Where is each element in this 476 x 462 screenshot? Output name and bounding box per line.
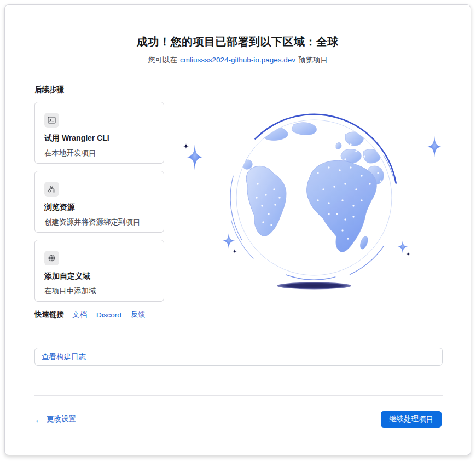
- page-title: 成功！您的项目已部署到以下区域：全球: [5, 34, 471, 49]
- sparkle-icon: [233, 249, 237, 253]
- step-description: 在本地开发项目: [44, 148, 154, 158]
- sitemap-icon: [48, 185, 56, 193]
- sparkle-icon: [223, 233, 235, 249]
- left-arrow-icon: ←: [34, 415, 43, 424]
- preview-link[interactable]: cmliussss2024-github-io.pages.dev: [180, 56, 295, 64]
- step-card-browse-resources[interactable]: 浏览资源 创建资源并将资源绑定到项目: [34, 171, 164, 233]
- change-settings-label: 更改设置: [47, 414, 76, 424]
- step-card-wrangler-cli[interactable]: 试用 Wrangler CLI 在本地开发项目: [34, 102, 164, 164]
- quick-link-docs[interactable]: 文档: [72, 310, 87, 320]
- footer-divider: [34, 395, 443, 396]
- view-build-log-label: 查看构建日志: [42, 352, 86, 362]
- header: 成功！您的项目已部署到以下区域：全球 您可以在cmliussss2024-git…: [5, 34, 471, 65]
- quick-link-feedback[interactable]: 反馈: [131, 310, 146, 320]
- sparkle-icon: [183, 143, 189, 149]
- globe-icon: [48, 254, 56, 262]
- change-settings-link[interactable]: ← 更改设置: [34, 414, 76, 424]
- card-icon-box: [44, 113, 59, 128]
- card-icon-box: [44, 251, 59, 265]
- sparkle-icon: [187, 145, 203, 170]
- step-card-custom-domain[interactable]: 添加自定义域 在项目中添加域: [34, 240, 164, 302]
- step-title: 试用 Wrangler CLI: [44, 134, 154, 143]
- page-subtitle: 您可以在cmliussss2024-github-io.pages.dev预览项…: [5, 55, 471, 65]
- step-description: 创建资源并将资源绑定到项目: [44, 217, 154, 227]
- next-steps-column: 后续步骤 试用 Wrangler CLI 在本地开发项目: [34, 85, 164, 320]
- view-build-log-toggle[interactable]: 查看构建日志: [34, 348, 443, 366]
- quick-link-discord[interactable]: Discord: [96, 311, 121, 319]
- subtitle-suffix: 预览项目: [298, 56, 328, 64]
- step-title: 浏览资源: [44, 203, 154, 212]
- next-steps-heading: 后续步骤: [34, 85, 164, 95]
- globe-illustration: [181, 113, 444, 293]
- deployment-success-panel: 成功！您的项目已部署到以下区域：全球 您可以在cmliussss2024-git…: [4, 4, 471, 455]
- continue-project-button[interactable]: 继续处理项目: [381, 411, 442, 428]
- quick-links-label: 快速链接: [34, 310, 64, 320]
- terminal-icon: [48, 116, 56, 124]
- step-description: 在项目中添加域: [44, 286, 154, 296]
- sparkle-icon: [406, 252, 410, 256]
- sparkle-icon: [427, 136, 441, 158]
- step-title: 添加自定义域: [44, 272, 154, 281]
- globe-shadow: [277, 282, 351, 290]
- subtitle-prefix: 您可以在: [148, 56, 177, 64]
- sparkle-icon: [398, 241, 408, 253]
- card-icon-box: [44, 182, 59, 197]
- quick-links-row: 快速链接 文档 Discord 反馈: [34, 310, 164, 320]
